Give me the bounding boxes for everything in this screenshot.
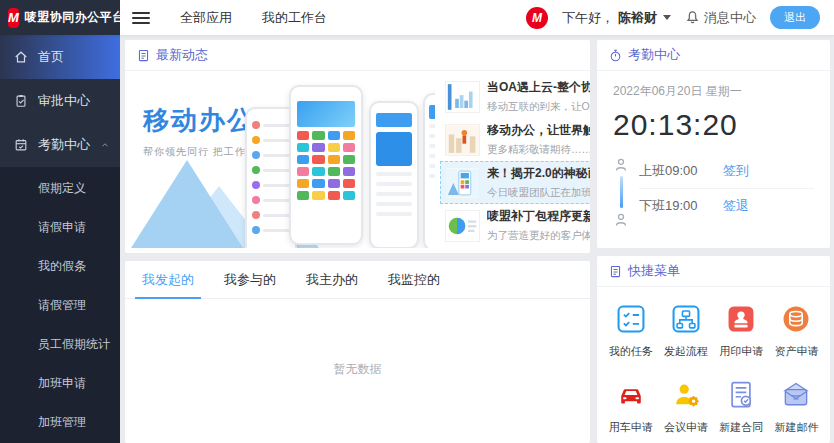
news-item[interactable]: 唛盟补丁包程序更新 为了营造更好的客户体验，唛 [440,204,590,247]
bell-icon [685,10,700,25]
news-item-selected[interactable]: 来！揭开2.0的神秘面纱- 今日唛盟团队正在加班加点, [440,161,590,204]
seal-icon [725,303,757,335]
latest-news-header: 最新动态 [125,40,590,71]
quick-item-my-tasks[interactable]: 我的任务 [603,303,658,359]
clock-out-time-label: 下班19:00 [639,197,723,215]
news-list: 当OA遇上云-整个协同OA 移动互联的到来，让OA与云 移动办公，让世界触手可 … [435,75,590,248]
quick-item-seal-request[interactable]: 用印申请 [714,303,769,359]
document-icon [137,49,150,62]
person-icon [613,212,629,228]
sidebar-submenu: 假期定义 请假申请 我的假条 请假管理 员工假期统计 加班申请 加班管理 [0,167,120,443]
tab-participated-by-me[interactable]: 我参与的 [209,261,291,298]
sidebar-subitem-employee-holiday-stats[interactable]: 员工假期统计 [0,325,120,364]
news-item-desc: 为了营造更好的客户体验，唛 [487,229,590,243]
brand-logo-icon: M [8,8,19,28]
news-thumbnail [445,167,480,199]
quick-menu-panel: 快捷菜单 我的任务 发起流程 [597,256,830,443]
quick-item-label: 发起流程 [664,344,708,359]
quick-item-vehicle-request[interactable]: 用车申请 [603,379,658,435]
chevron-down-icon [663,15,671,20]
nav-all-apps[interactable]: 全部应用 [180,9,232,27]
user-avatar[interactable]: M [526,7,548,29]
banner-headline: 移动办公 [143,103,255,138]
attendance-title: 考勤中心 [628,46,680,64]
stopwatch-icon [609,49,622,62]
quick-item-asset-request[interactable]: 资产申请 [769,303,824,359]
user-greeting[interactable]: 下午好，陈裕财 [562,9,671,27]
banner-phone [289,85,363,245]
news-thumbnail [445,210,480,242]
sidebar-subitem-overtime-management[interactable]: 加班管理 [0,403,120,442]
tab-monitored-by-me[interactable]: 我监控的 [373,261,455,298]
quick-menu-grid: 我的任务 发起流程 用印申请 [597,287,830,435]
quick-item-label: 资产申请 [774,344,818,359]
mountain-graphic [131,160,243,248]
news-item-title: 当OA遇上云-整个协同OA [487,79,590,96]
clock-out-link[interactable]: 签退 [723,197,749,215]
quick-item-label: 用车申请 [609,420,653,435]
attendance-date: 2022年06月20日 星期一 [613,83,814,100]
flowchart-icon [670,303,702,335]
document-icon [609,265,622,278]
brand-title: 唛盟协同办公平台 [25,9,125,26]
attendance-body: 2022年06月20日 星期一 20:13:20 上班09:00 签到 下班19… [597,71,830,222]
car-icon [615,379,647,411]
quick-item-meeting-request[interactable]: 会议申请 [658,379,713,435]
sidebar-subitem-leave-request[interactable]: 请假申请 [0,208,120,247]
sidebar-item-attendance-center[interactable]: 考勤中心 [0,123,120,167]
news-thumbnail [445,81,480,113]
greeting-text: 下午好， [562,9,614,27]
sidebar-subitem-my-leave-notes[interactable]: 我的假条 [0,247,120,286]
timeline-line [620,176,623,208]
quick-item-label: 会议申请 [664,420,708,435]
sidebar-subitem-holiday-definition[interactable]: 假期定义 [0,169,120,208]
brand: M 唛盟协同办公平台 [0,0,120,35]
clock-out-row: 下班19:00 签退 [639,188,814,222]
attendance-panel: 考勤中心 2022年06月20日 星期一 20:13:20 上班09:00 签到… [597,40,830,248]
sidebar-item-home[interactable]: 首页 [0,35,120,79]
news-item-title: 移动办公，让世界触手可 [487,122,590,139]
clock-in-time-label: 上班09:00 [639,162,723,180]
banner-phone [369,101,419,248]
news-banner[interactable]: 移动办公 帮你领先同行 把工作带出办公室 [129,75,435,248]
sidebar-item-label: 审批中心 [38,92,90,110]
tab-hosted-by-me[interactable]: 我主办的 [291,261,373,298]
quick-item-label: 新建邮件 [774,420,818,435]
quick-item-new-contract[interactable]: 新建合同 [714,379,769,435]
tasks-icon [615,303,647,335]
quick-item-label: 我的任务 [609,344,653,359]
clock-in-link[interactable]: 签到 [723,162,749,180]
home-icon [14,50,28,64]
clipboard-icon [14,94,28,108]
mail-envelope-icon [780,379,812,411]
person-icon [613,157,629,173]
my-tasks-panel: 我发起的 我参与的 我主办的 我监控的 暂无数据 [125,261,590,443]
quick-item-new-mail[interactable]: 新建邮件 [769,379,824,435]
contract-document-icon [725,379,757,411]
chevron-up-icon [100,140,110,150]
hamburger-menu-icon[interactable] [132,9,150,27]
tab-initiated-by-me[interactable]: 我发起的 [127,261,209,298]
attendance-header: 考勤中心 [597,40,830,71]
quick-menu-title: 快捷菜单 [628,262,680,280]
sidebar-subitem-overtime-request[interactable]: 加班申请 [0,364,120,403]
news-body: 移动办公 帮你领先同行 把工作带出办公室 [125,71,590,252]
quick-item-label: 用印申请 [719,344,763,359]
message-center-label: 消息中心 [704,9,756,27]
news-item[interactable]: 当OA遇上云-整个协同OA 移动互联的到来，让OA与云 [440,75,590,118]
news-item[interactable]: 移动办公，让世界触手可 更多精彩敬请期待…… [440,118,590,161]
meeting-person-icon [670,379,702,411]
sidebar-subitem-leave-management[interactable]: 请假管理 [0,286,120,325]
quick-item-start-process[interactable]: 发起流程 [658,303,713,359]
news-item-title: 唛盟补丁包程序更新 [487,208,590,225]
sidebar-item-label: 考勤中心 [38,136,90,154]
latest-news-title: 最新动态 [156,46,208,64]
nav-my-workbench[interactable]: 我的工作台 [262,9,327,27]
username: 陈裕财 [618,9,657,27]
news-item-title: 来！揭开2.0的神秘面纱- [487,165,590,182]
clock-in-row: 上班09:00 签到 [639,154,814,188]
latest-news-panel: 最新动态 移动办公 帮你领先同行 把工作带出办公室 [125,40,590,253]
sidebar-item-approval-center[interactable]: 审批中心 [0,79,120,123]
message-center[interactable]: 消息中心 [685,9,756,27]
logout-button[interactable]: 退出 [770,6,820,29]
